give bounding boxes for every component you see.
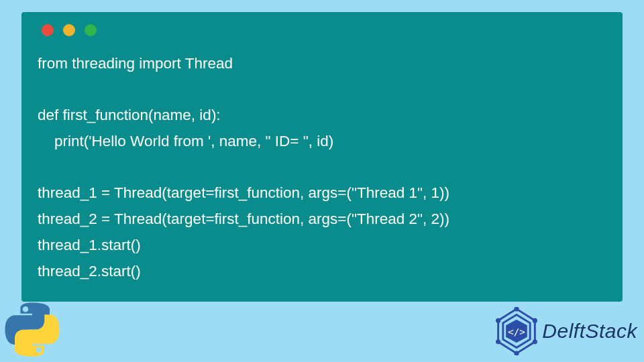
code-block: from threading import Thread def first_f… bbox=[38, 51, 606, 284]
code-window: from threading import Thread def first_f… bbox=[21, 12, 623, 302]
window-traffic-lights bbox=[42, 24, 606, 36]
svg-point-8 bbox=[496, 339, 500, 344]
minimize-dot-icon bbox=[63, 24, 75, 36]
brand-name: DelftStack bbox=[542, 320, 637, 343]
maximize-dot-icon bbox=[85, 24, 97, 36]
svg-point-5 bbox=[533, 318, 537, 323]
python-logo-icon bbox=[4, 302, 60, 358]
svg-text:</>: </> bbox=[508, 326, 525, 337]
brand-watermark: </> DelftStack bbox=[492, 307, 637, 355]
delftstack-logo-icon: </> bbox=[492, 307, 541, 355]
svg-point-9 bbox=[496, 318, 500, 323]
close-dot-icon bbox=[42, 24, 54, 36]
svg-point-6 bbox=[533, 339, 537, 344]
